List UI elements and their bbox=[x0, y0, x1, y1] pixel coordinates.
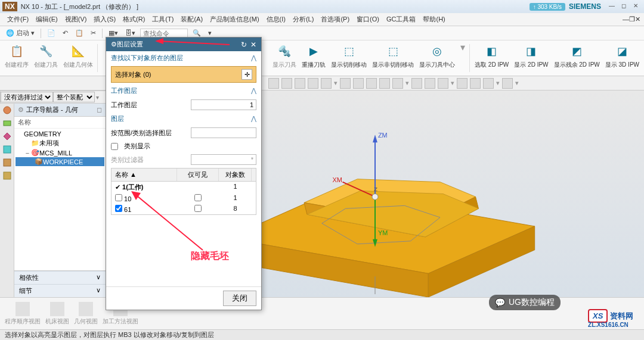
category-filter-input[interactable] bbox=[191, 154, 256, 165]
nav-footer-detail[interactable]: 细节∨ bbox=[14, 284, 106, 297]
section-work-layer[interactable]: 工作图层 ⋀ bbox=[106, 84, 261, 98]
sub-tool-9[interactable] bbox=[379, 78, 390, 89]
menu-window[interactable]: 窗口(O) bbox=[353, 14, 383, 25]
th-visible[interactable]: 仅可见 bbox=[177, 169, 219, 181]
ribbon-create-program[interactable]: 📋创建程序 bbox=[2, 42, 31, 74]
sub-tool-2[interactable] bbox=[281, 78, 292, 89]
filter-dropdown-2[interactable]: 整个装配 bbox=[53, 92, 95, 102]
sub-tool-11[interactable] bbox=[411, 78, 422, 89]
work-layer-input[interactable] bbox=[191, 99, 256, 110]
minimize-button[interactable]: — bbox=[606, 2, 617, 11]
select-object-box[interactable]: 选择对象 (0) ✛ bbox=[111, 66, 256, 83]
category-display-row: 类别显示 bbox=[106, 140, 261, 152]
wechat-icon: 💬 bbox=[495, 298, 505, 307]
tree-unused[interactable]: 📁 未用项 bbox=[16, 138, 104, 148]
view-geometry[interactable]: 几何视图 bbox=[74, 302, 98, 326]
ribbon-replay-path[interactable]: ▶重播刀轨 bbox=[299, 42, 328, 74]
filter-dropdown-1[interactable]: 没有选择过滤器 bbox=[1, 92, 53, 102]
layer-row-1[interactable]: ✔ 1(工作) 1 bbox=[112, 182, 256, 193]
tree-mcs-mill[interactable]: −🎯 MCS_MILL bbox=[16, 148, 104, 157]
nav-icon-4[interactable] bbox=[2, 131, 13, 142]
select-target-icon[interactable]: ✛ bbox=[242, 69, 252, 80]
sub-tool-4[interactable] bbox=[308, 78, 318, 89]
start-dropdown[interactable]: 🌐 启动 ▾ bbox=[4, 27, 37, 39]
sub-tool-15[interactable] bbox=[470, 78, 481, 89]
layer-settings-dialog: ⚙ 图层设置 ↻ ✕ 查找以下对象所在的图层 ⋀ 选择对象 (0) ✛ 工作图层… bbox=[106, 37, 262, 310]
menu-gc[interactable]: GC工具箱 bbox=[383, 14, 420, 25]
sub-tool-10[interactable] bbox=[392, 78, 403, 89]
tree-workpiece[interactable]: 📦 WORKPIECE bbox=[16, 157, 104, 166]
work-layer-label: 工作图层 bbox=[111, 101, 187, 110]
ribbon-show-residual[interactable]: ◩显示残余 2D IPW bbox=[552, 42, 602, 74]
menu-help[interactable]: 帮助(H) bbox=[419, 14, 448, 25]
sub-tool-7[interactable] bbox=[353, 78, 364, 89]
view-machine[interactable]: 机床视图 bbox=[45, 302, 69, 326]
layer-row-61[interactable]: 61 8 bbox=[112, 204, 256, 214]
doc-close-button[interactable]: ✕ bbox=[635, 15, 640, 23]
layer-row-10[interactable]: 10 1 bbox=[112, 193, 256, 204]
section-layers[interactable]: 图层 ⋀ bbox=[106, 112, 261, 126]
dialog-reset-button[interactable]: ↻ bbox=[241, 40, 247, 49]
nav-footer-dependency[interactable]: 相依性∨ bbox=[14, 271, 106, 284]
ribbon-create-tool[interactable]: 🔧创建刀具 bbox=[32, 42, 60, 74]
toolbar-button-3[interactable]: 📋 bbox=[73, 28, 86, 38]
section-find-layer[interactable]: 查找以下对象所在的图层 ⋀ bbox=[106, 51, 261, 65]
menu-tools[interactable]: 工具(T) bbox=[148, 14, 177, 25]
layer-61-visible-checkbox[interactable] bbox=[194, 205, 202, 212]
layer-10-checkbox[interactable] bbox=[115, 194, 122, 201]
nav-icon-6[interactable] bbox=[2, 157, 13, 168]
ribbon-pick-2dipw[interactable]: ◧选取 2D IPW bbox=[472, 42, 511, 74]
menu-edit[interactable]: 编辑(E) bbox=[32, 14, 61, 25]
layer-61-checkbox[interactable] bbox=[115, 205, 122, 212]
nav-icon-7[interactable] bbox=[2, 170, 13, 181]
layer-10-visible-checkbox[interactable] bbox=[194, 194, 202, 201]
sub-tool-8[interactable] bbox=[366, 78, 377, 89]
sub-tool-17[interactable] bbox=[502, 78, 513, 89]
close-button[interactable]: 关闭 bbox=[223, 291, 256, 306]
nav-icon-3[interactable] bbox=[2, 118, 13, 129]
nx-logo: NX bbox=[2, 2, 17, 11]
ribbon-show-cut[interactable]: ⬚显示切削移动 bbox=[329, 42, 369, 74]
ribbon-show-tool[interactable]: 🔩显示刀具 bbox=[270, 42, 299, 74]
sub-tool-16[interactable] bbox=[483, 78, 494, 89]
menu-analysis[interactable]: 分析(L) bbox=[289, 14, 317, 25]
ribbon-show-noncut[interactable]: ⬚显示非切削移动 bbox=[370, 42, 416, 74]
range-input[interactable] bbox=[191, 127, 256, 138]
th-count[interactable]: 对象数 bbox=[219, 169, 252, 181]
toolbar-button-4[interactable]: ✂ bbox=[88, 28, 98, 38]
menu-file[interactable]: 文件(F) bbox=[4, 14, 32, 25]
toolbar-button-1[interactable]: 📄 bbox=[45, 28, 58, 38]
ribbon-show-3dipw[interactable]: ◪显示 3D IPW bbox=[603, 42, 642, 74]
menu-view[interactable]: 视图(V) bbox=[61, 14, 91, 25]
maximize-button[interactable]: ◻ bbox=[618, 2, 629, 11]
sub-tool-6[interactable] bbox=[340, 78, 351, 89]
doc-minimize-button[interactable]: — bbox=[623, 15, 629, 23]
menu-format[interactable]: 格式(R) bbox=[119, 14, 148, 25]
nav-icon-5[interactable] bbox=[2, 144, 13, 155]
close-window-button[interactable]: ✕ bbox=[630, 2, 641, 11]
menu-info[interactable]: 信息(I) bbox=[263, 14, 289, 25]
sub-tool-5[interactable] bbox=[321, 78, 332, 89]
menu-assembly[interactable]: 装配(A) bbox=[177, 14, 206, 25]
ribbon-show-2dipw[interactable]: ◨显示 2D IPW bbox=[512, 42, 550, 74]
menu-prefs[interactable]: 首选项(P) bbox=[317, 14, 353, 25]
dialog-close-icon[interactable]: ✕ bbox=[250, 40, 256, 49]
toolbar-button-2[interactable]: ↶ bbox=[60, 28, 70, 38]
sub-tool-3[interactable] bbox=[295, 78, 305, 89]
sub-tool-1[interactable] bbox=[268, 78, 279, 89]
menu-pmi[interactable]: 产品制造信息(M) bbox=[206, 14, 263, 25]
category-filter-label: 类别过滤器 bbox=[111, 155, 187, 164]
sub-tool-13[interactable] bbox=[438, 78, 448, 89]
ribbon-show-toolcenter[interactable]: ◎显示刀具中心 bbox=[417, 42, 457, 74]
ribbon-create-geometry[interactable]: 📐创建几何体 bbox=[61, 42, 95, 74]
tree-geometry[interactable]: GEOMETRY bbox=[16, 130, 104, 138]
doc-restore-button[interactable]: ❐ bbox=[629, 15, 635, 23]
sub-tool-14[interactable] bbox=[457, 78, 467, 89]
nav-icon-2[interactable] bbox=[2, 105, 13, 116]
dialog-title-bar[interactable]: ⚙ 图层设置 ↻ ✕ bbox=[106, 38, 261, 51]
th-name[interactable]: 名称 ▲ bbox=[112, 169, 177, 181]
sub-tool-12[interactable] bbox=[425, 78, 435, 89]
view-program-order[interactable]: 程序顺序视图 bbox=[5, 302, 41, 326]
category-display-checkbox[interactable] bbox=[111, 143, 118, 150]
menu-insert[interactable]: 插入(S) bbox=[90, 14, 119, 25]
